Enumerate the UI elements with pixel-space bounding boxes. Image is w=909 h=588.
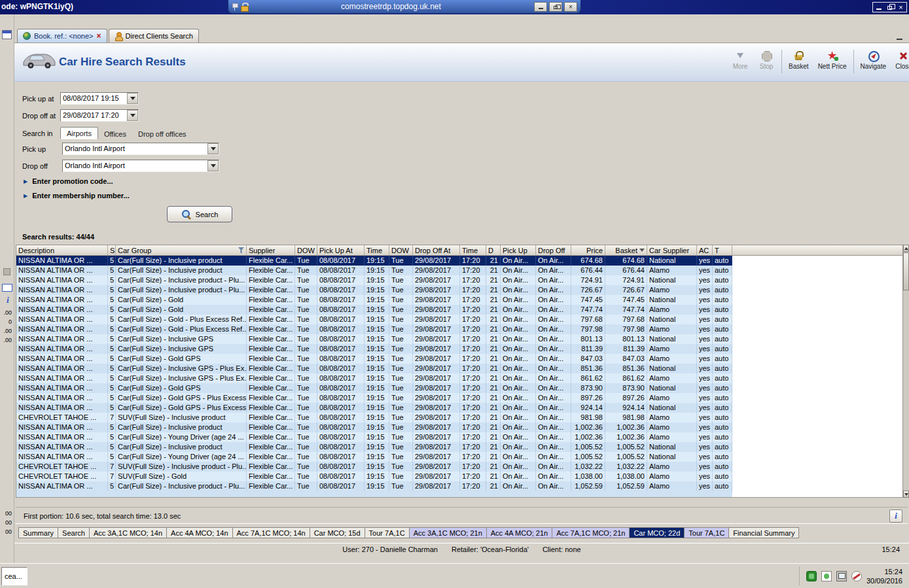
col-header-5-pick-up-at[interactable]: Pick Up At [317, 245, 365, 255]
table-row[interactable]: NISSAN ALTIMA OR ...5Car(Full Size) - Go… [16, 324, 732, 334]
table-row[interactable]: CHEVROLET TAHOE ...7SUV(Full Size) - Inc… [16, 462, 732, 472]
search-in-tab-airports[interactable]: Airports [60, 127, 98, 139]
chevron-down-icon[interactable] [207, 160, 219, 171]
toolbar-navigate-button[interactable]: Navigate [856, 48, 891, 72]
col-header-13-price[interactable]: Price [571, 245, 605, 255]
dock-pin-icon[interactable] [3, 268, 10, 275]
chevron-down-icon[interactable] [207, 143, 219, 154]
tabbar-minimize-button[interactable] [895, 31, 904, 40]
col-header-7-dow[interactable]: DOW [389, 245, 413, 255]
dropoff-location-combobox[interactable]: Orlando Intl Airport [62, 160, 219, 172]
table-row[interactable]: NISSAN ALTIMA OR ...5Car(Full Size) - Go… [16, 305, 732, 315]
table-row[interactable]: NISSAN ALTIMA OR ...5Car(Full Size) - Yo… [16, 452, 732, 462]
table-row[interactable]: CHEVROLET TAHOE ...7SUV(Full Size) - Gol… [16, 472, 732, 481]
tray-alert-icon[interactable] [851, 571, 862, 581]
col-header-17-t[interactable]: T [713, 245, 732, 255]
table-row[interactable]: NISSAN ALTIMA OR ...5Car(Full Size) - In… [16, 423, 732, 432]
tab-close-icon[interactable]: × [97, 33, 101, 39]
workspace-tab-acc-3a-1c-mco-14n[interactable]: Acc 3A,1C MCO; 14n [89, 527, 167, 538]
table-row[interactable]: NISSAN ALTIMA OR ...5Car(Full Size) - In… [16, 275, 732, 285]
tray-display-icon[interactable] [836, 571, 847, 581]
table-row[interactable]: NISSAN ALTIMA OR ...5Car(Full Size) - In… [16, 373, 732, 383]
table-row[interactable]: NISSAN ALTIMA OR ...5Car(Full Size) - Go… [16, 403, 732, 413]
workspace-tab-acc-4a-mco-14n[interactable]: Acc 4A MCO; 14n [166, 527, 232, 538]
workspace-tab-car-mco-22d[interactable]: Car MCO; 22d [629, 527, 685, 538]
window-minimize-button[interactable] [873, 3, 884, 12]
toolbar-close-button[interactable]: Close [891, 48, 909, 72]
vertical-scrollbar[interactable] [902, 245, 909, 498]
scroll-down-button[interactable] [903, 491, 909, 498]
dock-info-icon[interactable]: i [4, 296, 12, 305]
table-row[interactable]: NISSAN ALTIMA OR ...5Car(Full Size) - In… [16, 266, 732, 275]
chevron-down-icon[interactable] [127, 93, 138, 104]
col-header-1-s[interactable]: S [108, 245, 116, 255]
window-close-button[interactable]: × [895, 3, 906, 12]
info-button[interactable]: i [889, 510, 902, 523]
col-header-6-time[interactable]: Time [365, 245, 389, 255]
chevron-down-icon[interactable] [127, 110, 138, 121]
workspace-tab-acc-3a-1c-mco-21n[interactable]: Acc 3A,1C MCO; 21n [409, 527, 487, 538]
table-row[interactable]: NISSAN ALTIMA OR ...5Car(Full Size) - Go… [16, 393, 732, 403]
workspace-tab-summary[interactable]: Summary [18, 527, 58, 538]
table-row[interactable]: CHEVROLET TAHOE ...7SUV(Full Size) - Inc… [16, 413, 732, 423]
table-row[interactable]: NISSAN ALTIMA OR ...5Car(Full Size) - Yo… [16, 432, 732, 442]
doc-tab-book-ref-none[interactable]: Book. ref.: <none>× [17, 29, 107, 43]
table-row[interactable]: NISSAN ALTIMA OR ...5Car(Full Size) - Go… [16, 383, 732, 393]
window-restore-button[interactable] [884, 3, 895, 12]
table-row[interactable]: NISSAN ALTIMA OR ...5Car(Full Size) - In… [16, 481, 732, 491]
membership-number-toggle[interactable]: ▶ Enter membership number... [24, 192, 130, 199]
search-in-tab-drop-off-offices[interactable]: Drop off offices [132, 128, 192, 139]
workspace-tab-acc-7a-1c-mco-21n[interactable]: Acc 7A,1C MCO; 21n [552, 527, 630, 538]
scrollbar-thumb[interactable] [903, 252, 909, 290]
col-header-11-pick-up[interactable]: Pick Up [501, 245, 536, 255]
workspace-tab-car-mco-15d[interactable]: Car MCO; 15d [310, 527, 365, 538]
pickup-location-combobox[interactable]: Orlando Intl Airport [62, 143, 219, 155]
col-header-0-description[interactable]: Description [16, 245, 108, 255]
toolbar-nett-price-button[interactable]: Nett Price [813, 48, 851, 72]
pin-icon[interactable] [232, 3, 238, 10]
table-row[interactable]: NISSAN ALTIMA OR ...5Car(Full Size) - Go… [16, 354, 732, 364]
col-header-14-basket[interactable]: Basket [605, 245, 647, 255]
col-header-3-supplier[interactable]: Supplier [247, 245, 295, 255]
col-header-15-car-supplier[interactable]: Car Supplier [647, 245, 697, 255]
col-header-8-drop-off-at[interactable]: Drop Off At [413, 245, 460, 255]
tray-status-icon[interactable] [821, 571, 832, 581]
doc-tab-direct-clients-search[interactable]: Direct Clients Search [109, 29, 199, 43]
col-header-2-car-group[interactable]: Car Group [116, 245, 247, 255]
col-header-10-d[interactable]: D [486, 245, 501, 255]
workspace-tab-search[interactable]: Search [58, 527, 90, 538]
table-row[interactable]: NISSAN ALTIMA OR ...5Car(Full Size) - Go… [16, 315, 732, 324]
col-header-9-time[interactable]: Time [460, 245, 486, 255]
workspace-tab-tour-7a-1c[interactable]: Tour 7A,1C [365, 527, 410, 538]
taskbar-task-button[interactable]: cea... [1, 567, 27, 585]
scroll-up-button[interactable] [903, 245, 909, 252]
toolbar-more-button[interactable]: More [727, 48, 753, 72]
rdp-restore-button[interactable] [549, 2, 562, 12]
table-row[interactable]: NISSAN ALTIMA OR ...5Car(Full Size) - In… [16, 364, 732, 373]
col-header-16-ac[interactable]: AC [697, 245, 713, 255]
filter-funnel-icon[interactable] [238, 247, 244, 253]
tray-app-green-icon[interactable] [806, 571, 817, 581]
table-row[interactable] [16, 491, 732, 498]
dock-window-icon[interactable] [2, 284, 12, 292]
workspace-tab-financial-summary[interactable]: Financial Summary [728, 527, 799, 538]
table-row[interactable]: NISSAN ALTIMA OR ...5Car(Full Size) - In… [16, 256, 732, 266]
search-in-tab-offices[interactable]: Offices [98, 128, 132, 139]
toolbar-basket-button[interactable]: Basket [784, 48, 813, 72]
toolbar-stop-button[interactable]: Stop [753, 48, 779, 72]
pickup-at-combobox[interactable]: 08/08/2017 19:15 [60, 92, 139, 105]
dropoff-at-combobox[interactable]: 29/08/2017 17:20 [60, 109, 139, 122]
rdp-minimize-button[interactable] [534, 2, 547, 12]
table-row[interactable]: NISSAN ALTIMA OR ...5Car(Full Size) - In… [16, 442, 732, 452]
workspace-tab-acc-7a-1c-mco-14n[interactable]: Acc 7A,1C MCO; 14n [232, 527, 310, 538]
workspace-tab-tour-7a-1c[interactable]: Tour 7A,1C [684, 527, 729, 538]
table-row[interactable]: NISSAN ALTIMA OR ...5Car(Full Size) - In… [16, 344, 732, 354]
col-header-12-drop-off[interactable]: Drop Off [536, 245, 571, 255]
workspace-tab-acc-4a-mco-21n[interactable]: Acc 4A MCO; 21n [486, 527, 552, 538]
table-row[interactable]: NISSAN ALTIMA OR ...5Car(Full Size) - In… [16, 285, 732, 295]
table-row[interactable]: NISSAN ALTIMA OR ...5Car(Full Size) - Go… [16, 295, 732, 305]
rdp-close-button[interactable]: × [564, 2, 577, 12]
search-button[interactable]: Search [167, 206, 232, 222]
dock-panel-icon[interactable] [2, 30, 12, 39]
col-header-4-dow[interactable]: DOW [295, 245, 317, 255]
